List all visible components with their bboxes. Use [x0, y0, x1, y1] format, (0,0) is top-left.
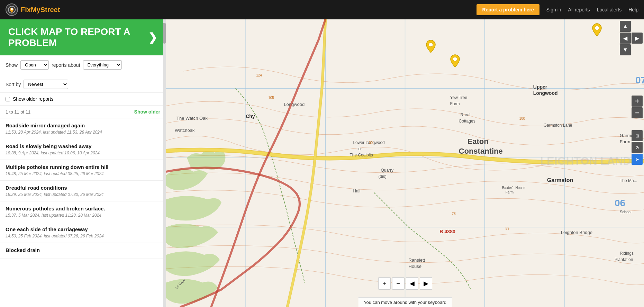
- map-zoom-in-alt-button[interactable]: +: [378, 277, 391, 290]
- svg-text:Farm: Farm: [506, 190, 514, 194]
- map-pan-down-button[interactable]: ▼: [620, 44, 631, 55]
- map-background: 07 06: [166, 19, 644, 307]
- reports-header: 1 to 11 of 11 Show older: [0, 106, 166, 118]
- keyboard-hint: You can move around with your keyboard: [358, 297, 452, 307]
- header: FixMyStreet Report a problem here Sign i…: [0, 0, 644, 19]
- svg-point-56: [453, 57, 457, 61]
- report-meta: 19:48, 25 Mar 2024, last updated 08:25, …: [6, 171, 160, 176]
- logo-my: My: [31, 6, 40, 13]
- svg-text:LEIGHTON LAND: LEIGHTON LAND: [540, 155, 631, 167]
- svg-text:Ridings: Ridings: [620, 251, 634, 256]
- report-meta: 19:29, 25 Mar 2024, last updated 07:30, …: [6, 192, 160, 197]
- show-category-select[interactable]: Everything Potholes Roads Drains: [83, 60, 122, 70]
- report-title: Roadside mirror damaged again: [6, 123, 160, 128]
- report-list-item[interactable]: Road is slowly being washed away18:38, 9…: [0, 139, 166, 160]
- map-marker-1[interactable]: [426, 39, 436, 53]
- banner-arrow-icon: ❯: [148, 31, 157, 44]
- logo-fix: Fix: [21, 6, 31, 13]
- svg-text:Ranslett: Ranslett: [409, 258, 425, 263]
- show-status-select[interactable]: Open Fixed All: [20, 60, 49, 70]
- zoom-in-button[interactable]: +: [632, 96, 643, 107]
- map-pan-up-button[interactable]: ▲: [620, 21, 631, 32]
- map-fullscreen-button[interactable]: ⊞: [632, 130, 643, 141]
- banner-text: CLICK MAP TO REPORT A PROBLEM: [8, 26, 144, 48]
- svg-text:Baxter's House: Baxter's House: [502, 186, 526, 190]
- report-list-item[interactable]: Multiple potholes running down entire hi…: [0, 160, 166, 181]
- map-nav-left-button[interactable]: ◀: [406, 277, 418, 290]
- report-list-item[interactable]: One each side of the carriageway14:50, 2…: [0, 222, 166, 243]
- sidebar-scrollbar-thumb[interactable]: [163, 23, 166, 44]
- map-pan-right-button[interactable]: ▶: [632, 33, 643, 44]
- all-reports-link[interactable]: All reports: [568, 7, 590, 12]
- local-alerts-link[interactable]: Local alerts: [597, 7, 622, 12]
- svg-text:Longwood: Longwood: [533, 90, 558, 96]
- reports-list: Roadside mirror damaged again11:53, 28 A…: [0, 118, 166, 259]
- click-map-banner[interactable]: CLICK MAP TO REPORT A PROBLEM ❯: [0, 19, 166, 55]
- svg-text:B 4380: B 4380: [440, 229, 455, 234]
- svg-point-55: [429, 43, 433, 47]
- show-older-link[interactable]: Show older: [134, 109, 160, 115]
- help-link[interactable]: Help: [628, 7, 638, 12]
- svg-text:100: 100: [367, 141, 373, 145]
- map-location-button[interactable]: ➤: [632, 154, 643, 165]
- map-nav-buttons: + − ◀ ▶: [378, 277, 432, 290]
- map-nav-right-button[interactable]: ▶: [420, 277, 432, 290]
- logo-icon: [6, 3, 18, 16]
- report-list-item[interactable]: Roadside mirror damaged again11:53, 28 A…: [0, 118, 166, 139]
- map-marker-3[interactable]: [592, 23, 602, 37]
- sign-in-link[interactable]: Sign in: [546, 7, 561, 12]
- report-meta: 14:50, 25 Feb 2024, last updated 07:26, …: [6, 234, 160, 238]
- svg-text:School...: School...: [620, 210, 635, 214]
- show-older-label[interactable]: Show older reports: [13, 96, 54, 102]
- filter-row-show: Show Open Fixed All reports about Everyt…: [6, 60, 160, 70]
- report-title: One each side of the carriageway: [6, 226, 160, 232]
- report-meta: 11:53, 28 Apr 2024, last updated 11:53, …: [6, 130, 160, 135]
- report-title: Dreadful road conditions: [6, 185, 160, 191]
- logo-street: Street: [40, 6, 60, 13]
- svg-text:Quarry: Quarry: [381, 168, 393, 173]
- map-controls-panel: ▲ ◀ ▶ ▼: [618, 19, 644, 57]
- map-container[interactable]: 07 06: [166, 19, 644, 307]
- reports-about-label: reports about: [52, 62, 80, 68]
- map-layers-button[interactable]: ⊘: [632, 142, 643, 153]
- svg-text:Leighton Bridge: Leighton Bridge: [561, 230, 592, 235]
- svg-text:The Watch Oak: The Watch Oak: [176, 116, 208, 121]
- map-zoom-out-alt-button[interactable]: −: [392, 277, 405, 290]
- svg-text:The Coalpits: The Coalpits: [350, 153, 373, 157]
- report-title: Blocked drain: [6, 247, 160, 253]
- map-pan-left-button[interactable]: ◀: [620, 33, 631, 44]
- svg-text:06: 06: [615, 198, 625, 208]
- svg-text:78: 78: [452, 212, 456, 216]
- svg-text:Farm: Farm: [450, 101, 460, 106]
- sidebar-scrollbar-track: [163, 19, 166, 307]
- report-list-item[interactable]: Blocked drain: [0, 243, 166, 259]
- report-list-item[interactable]: Dreadful road conditions19:29, 25 Mar 20…: [0, 181, 166, 201]
- logo-area: FixMyStreet: [6, 3, 471, 16]
- svg-text:Upper: Upper: [533, 84, 547, 90]
- svg-text:Plantation: Plantation: [615, 257, 633, 262]
- pagination-text: 1 to 11 of 11: [6, 109, 30, 115]
- sort-row: Sort by Newest Oldest Most updated: [0, 76, 166, 93]
- svg-text:Chy: Chy: [246, 114, 255, 119]
- report-title: Multiple potholes running down entire hi…: [6, 164, 160, 170]
- svg-text:House: House: [409, 264, 422, 269]
- sort-select[interactable]: Newest Oldest Most updated: [24, 80, 68, 89]
- report-problem-button[interactable]: Report a problem here: [477, 4, 539, 15]
- svg-point-57: [595, 26, 599, 30]
- svg-text:Yew Tree: Yew Tree: [450, 95, 468, 100]
- show-older-checkbox[interactable]: [6, 97, 10, 101]
- report-meta: 15:37, 5 Mar 2024, last updated 11:28, 2…: [6, 213, 160, 218]
- svg-text:The Ma...: The Ma...: [620, 178, 637, 183]
- svg-text:Garmston: Garmston: [547, 177, 573, 183]
- map-marker-2[interactable]: [450, 54, 460, 68]
- logo-text: FixMyStreet: [21, 6, 60, 14]
- svg-text:Cottages: Cottages: [459, 119, 475, 124]
- svg-text:Watchoak: Watchoak: [175, 128, 195, 133]
- report-meta: 18:38, 9 Apr 2024, last updated 10:06, 1…: [6, 151, 160, 155]
- svg-text:59: 59: [506, 227, 510, 231]
- header-nav: Report a problem here Sign in All report…: [477, 4, 638, 15]
- svg-point-1: [11, 8, 13, 10]
- show-label: Show: [6, 62, 18, 68]
- zoom-out-button[interactable]: −: [632, 107, 643, 118]
- report-list-item[interactable]: Numerous potholes and broken surface.15:…: [0, 201, 166, 222]
